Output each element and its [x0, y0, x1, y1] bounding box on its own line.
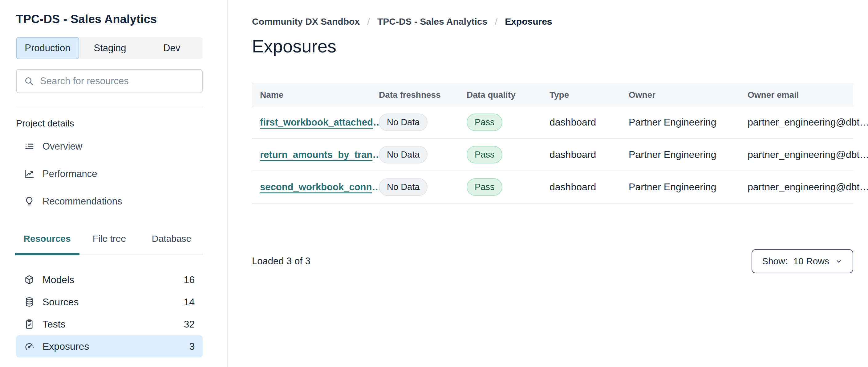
owner-cell: Partner Engineering	[621, 181, 740, 193]
column-header-quality: Data quality	[459, 90, 541, 100]
table-footer: Loaded 3 of 3 Show: 10 Rows	[252, 249, 853, 273]
sidebar-item-label: Recommendations	[42, 196, 122, 207]
freshness-badge: No Data	[379, 113, 428, 131]
resource-label: Tests	[42, 318, 66, 330]
chevron-down-icon	[835, 257, 843, 265]
project-title: TPC-DS - Sales Analytics	[16, 11, 203, 27]
app-root: TPC-DS - Sales Analytics Production Stag…	[0, 0, 868, 367]
column-header-owner-email: Owner email	[740, 90, 853, 100]
resource-label: Models	[42, 274, 74, 286]
project-details-nav: Overview Performance	[16, 133, 203, 215]
sidebar-item-exposures[interactable]: Exposures 3	[16, 335, 203, 358]
column-header-name: Name	[252, 90, 371, 100]
freshness-badge: No Data	[379, 146, 428, 164]
owner-email-cell: partner_engineering@dbt…	[740, 181, 868, 193]
resource-count: 32	[184, 318, 195, 330]
resource-count: 16	[184, 274, 195, 286]
lightbulb-icon	[24, 196, 34, 207]
sidebar-item-label: Performance	[42, 168, 97, 179]
env-tab-production[interactable]: Production	[16, 37, 79, 59]
exposure-name-text: return_amounts_by_tran	[260, 149, 372, 160]
tab-resources[interactable]: Resources	[16, 232, 78, 254]
resource-count: 3	[189, 341, 195, 352]
cube-icon	[24, 275, 34, 285]
gauge-icon	[24, 341, 34, 351]
freshness-badge: No Data	[379, 178, 428, 196]
breadcrumb-item-account[interactable]: Community DX Sandbox	[252, 16, 360, 28]
main-content: Community DX Sandbox / TPC-DS - Sales An…	[228, 0, 868, 367]
exposure-name-text: first_workbook_attached	[260, 117, 373, 128]
breadcrumb-separator: /	[495, 16, 497, 28]
page-title: Exposures	[252, 35, 853, 57]
sidebar-item-partial[interactable]	[16, 364, 203, 367]
search-input[interactable]	[40, 76, 195, 87]
env-tab-dev[interactable]: Dev	[141, 37, 203, 59]
sidebar-item-label: Overview	[42, 141, 82, 152]
breadcrumb-item-project[interactable]: TPC-DS - Sales Analytics	[377, 16, 487, 28]
environment-tabs: Production Staging Dev	[16, 37, 203, 59]
project-details-label: Project details	[16, 117, 203, 130]
sidebar-item-tests[interactable]: Tests 32	[16, 313, 203, 335]
list-icon	[24, 141, 34, 152]
sidebar-item-sources[interactable]: Sources 14	[16, 291, 203, 313]
type-cell: dashboard	[541, 149, 621, 160]
sidebar-divider	[16, 107, 203, 107]
resource-label: Sources	[42, 297, 79, 308]
sidebar-item-overview[interactable]: Overview	[16, 133, 203, 160]
exposure-name-text: second_workbook_conn	[260, 182, 372, 193]
table-row: return_amounts_by_tran… No Data Pass das…	[252, 139, 853, 171]
owner-email-cell: partner_engineering@dbt…	[740, 149, 868, 160]
type-cell: dashboard	[541, 117, 621, 128]
env-tab-staging[interactable]: Staging	[79, 37, 141, 59]
clipboard-check-icon	[24, 319, 34, 329]
show-value: 10 Rows	[793, 256, 829, 266]
exposure-name-link[interactable]: return_amounts_by_tran…	[260, 149, 382, 160]
breadcrumb: Community DX Sandbox / TPC-DS - Sales An…	[252, 16, 853, 28]
resource-count: 14	[184, 297, 195, 308]
breadcrumb-separator: /	[367, 16, 370, 28]
column-header-owner: Owner	[621, 90, 740, 100]
tab-file-tree[interactable]: File tree	[78, 232, 141, 254]
resource-list: Models 16 Sources 14	[16, 269, 203, 367]
search-icon	[24, 76, 34, 86]
owner-email-cell: partner_engineering@dbt…	[740, 117, 868, 128]
sidebar: TPC-DS - Sales Analytics Production Stag…	[0, 0, 228, 367]
owner-cell: Partner Engineering	[621, 117, 740, 128]
sidebar-item-recommendations[interactable]: Recommendations	[16, 188, 203, 215]
loaded-status: Loaded 3 of 3	[252, 256, 310, 267]
breadcrumb-item-current: Exposures	[505, 16, 552, 28]
table-row: second_workbook_conn… No Data Pass dashb…	[252, 171, 853, 203]
column-header-type: Type	[541, 90, 621, 100]
exposure-name-link[interactable]: second_workbook_conn…	[260, 182, 381, 193]
rows-per-page-dropdown[interactable]: Show: 10 Rows	[751, 249, 853, 273]
sidebar-view-tabs: Resources File tree Database	[16, 232, 203, 254]
sidebar-item-models[interactable]: Models 16	[16, 269, 203, 291]
owner-cell: Partner Engineering	[621, 149, 740, 160]
quality-badge: Pass	[467, 146, 502, 164]
type-cell: dashboard	[541, 181, 621, 193]
search-box[interactable]	[16, 69, 203, 93]
table-row: first_workbook_attached… No Data Pass da…	[252, 106, 853, 139]
database-icon	[24, 297, 34, 307]
column-header-freshness: Data freshness	[371, 90, 459, 100]
tab-database[interactable]: Database	[141, 232, 203, 254]
chart-line-icon	[24, 169, 34, 179]
exposures-table: Name Data freshness Data quality Type Ow…	[252, 84, 853, 203]
exposure-name-link[interactable]: first_workbook_attached…	[260, 117, 382, 128]
quality-badge: Pass	[467, 178, 502, 196]
show-label: Show:	[762, 256, 787, 266]
sidebar-item-performance[interactable]: Performance	[16, 160, 203, 188]
resource-label: Exposures	[42, 341, 89, 352]
quality-badge: Pass	[467, 113, 502, 131]
table-header-row: Name Data freshness Data quality Type Ow…	[252, 84, 853, 106]
